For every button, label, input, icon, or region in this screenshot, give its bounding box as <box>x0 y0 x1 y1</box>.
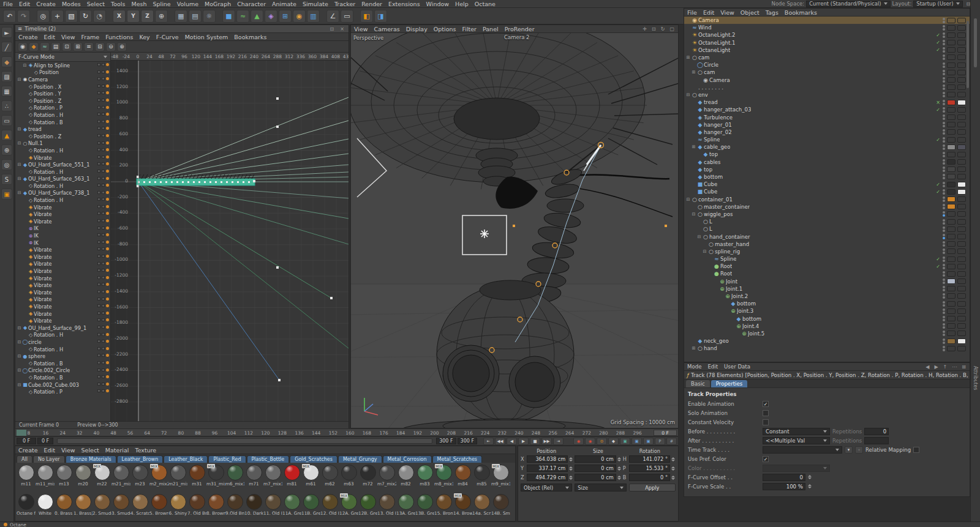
tag-chip[interactable] <box>957 40 966 45</box>
timeline-track-row[interactable]: ⊟ ◆ OU_Hard_Surface_99_1 <box>15 324 110 332</box>
tag-chip[interactable] <box>957 47 966 53</box>
timeline-track-row[interactable]: ⊟ ○ Null.1 <box>15 140 110 148</box>
state-check-icon[interactable]: ✓ <box>935 107 941 113</box>
toolbar-separator[interactable] <box>217 10 221 23</box>
tag-chip[interactable] <box>957 152 966 157</box>
visibility-dots[interactable] <box>943 54 945 60</box>
tag-chip[interactable] <box>957 70 966 75</box>
rotation-field[interactable]: 0 ° <box>629 474 670 481</box>
material-thumbnail[interactable] <box>113 494 129 510</box>
keyframe-position-toggle[interactable]: ▣ <box>620 438 630 445</box>
material-layer-tab[interactable]: All <box>17 455 32 463</box>
nav-up-icon[interactable]: ↑ <box>941 364 949 370</box>
spinner-icon[interactable] <box>569 457 573 462</box>
object-row[interactable]: ◯ Circle <box>684 61 970 69</box>
visibility-dots[interactable] <box>943 189 945 195</box>
visibility-dots[interactable] <box>943 346 945 351</box>
object-row[interactable]: ☀ OctaneLight ✓ <box>684 47 970 54</box>
menu-item[interactable]: Motion System <box>182 33 232 41</box>
nav-back-icon[interactable]: ◀ <box>924 364 931 370</box>
visibility-dots[interactable] <box>943 32 945 38</box>
time-track-pick-icon[interactable]: ▾ <box>845 446 853 454</box>
timeline-track-row[interactable]: ◈ Vibrate <box>15 317 110 324</box>
timeline-track-row[interactable]: ⊟ ◉ Camera <box>15 76 110 83</box>
menu-item[interactable]: Mode <box>684 363 704 370</box>
material-item[interactable]: m23 <box>130 463 149 491</box>
menu-item[interactable]: Modes <box>59 0 84 8</box>
track-toggles[interactable] <box>97 70 109 73</box>
spinner-icon[interactable] <box>671 466 676 471</box>
track-toggles[interactable] <box>97 113 109 116</box>
expander-icon[interactable]: ⊟ <box>17 354 22 359</box>
viewport-rotate-icon[interactable]: ↻ <box>659 26 667 32</box>
tag-chip[interactable] <box>947 32 956 38</box>
fcurve-canvas[interactable] <box>111 61 349 421</box>
material-thumbnail[interactable] <box>265 465 281 480</box>
menu-item[interactable]: Select <box>84 0 108 8</box>
material-layer-tab[interactable]: Leather_Black <box>164 455 208 463</box>
material-item[interactable]: Octane f <box>17 493 36 521</box>
visibility-dots[interactable] <box>943 256 945 262</box>
timeline-track-row[interactable]: ◇ Rotation . H <box>15 182 110 190</box>
object-row[interactable]: ○ master_hand <box>684 241 970 248</box>
tag-chip[interactable] <box>947 204 956 209</box>
visibility-dots[interactable] <box>943 226 945 232</box>
tag-chip[interactable] <box>947 84 956 90</box>
model-mode-icon[interactable]: ◆ <box>1 56 12 67</box>
material-thumbnail[interactable] <box>94 494 110 510</box>
visibility-dots[interactable] <box>943 301 945 307</box>
menu-item[interactable]: Octane <box>472 0 499 8</box>
expander-icon[interactable]: ⊟ <box>17 368 22 373</box>
timeline-track-row[interactable]: ⊟ ◆ tread <box>15 125 110 133</box>
spinner-icon[interactable] <box>569 466 573 471</box>
object-row[interactable]: ⊕ Joint <box>684 278 970 285</box>
state-check-icon[interactable]: ✓ <box>935 32 941 38</box>
tag-chip[interactable] <box>957 77 966 83</box>
tag-chip[interactable] <box>947 346 956 351</box>
x-axis-lock-icon[interactable]: X <box>113 10 126 23</box>
track-toggles[interactable] <box>97 233 109 236</box>
prev-frame-button[interactable]: ◀ <box>507 438 517 445</box>
tag-chip[interactable] <box>947 264 956 269</box>
tag-chip[interactable] <box>947 256 956 262</box>
viewport-layout-a-icon[interactable]: ◧ <box>360 10 373 23</box>
material-thumbnail[interactable] <box>455 465 471 480</box>
range-end-field[interactable]: 300 F <box>458 438 477 444</box>
tag-chip[interactable] <box>947 92 956 97</box>
tag-chip[interactable] <box>947 47 956 53</box>
material-thumbnail[interactable] <box>474 494 490 510</box>
track-toggles[interactable] <box>97 304 109 307</box>
mograph-icon[interactable]: ⊞ <box>279 10 292 23</box>
range-min-field[interactable]: 0 F <box>37 438 53 444</box>
toolbar-separator[interactable] <box>31 10 36 23</box>
expander-icon[interactable]: ⊞ <box>685 55 691 60</box>
tag-chip[interactable] <box>947 271 956 277</box>
timeline-track-row[interactable]: ◇ Rotation . H <box>15 111 110 119</box>
menu-item[interactable]: File <box>0 0 16 8</box>
tag-chip[interactable] <box>947 100 956 105</box>
stop-button[interactable]: ■ <box>530 438 540 445</box>
visibility-dots[interactable] <box>943 196 945 202</box>
next-frame-button[interactable]: ▶▶ <box>541 438 552 445</box>
track-toggles[interactable] <box>97 262 109 265</box>
material-thumbnail[interactable] <box>75 494 91 510</box>
object-row[interactable]: ◆ hanger_attach_03 ✓ <box>684 106 970 113</box>
solo-mode-icon[interactable]: ◎ <box>1 159 12 170</box>
object-row[interactable]: ⊕ Joint.1 <box>684 285 970 293</box>
menu-item[interactable]: Animate <box>269 0 300 8</box>
track-toggles[interactable] <box>97 389 109 392</box>
material-thumbnail[interactable] <box>417 494 433 510</box>
add-spline-icon[interactable]: ≈ <box>236 10 249 23</box>
material-item[interactable]: m7_mix1 <box>263 463 282 491</box>
tag-chip[interactable] <box>947 249 956 254</box>
material-item[interactable]: m81 <box>282 463 301 491</box>
visibility-dots[interactable] <box>943 331 945 336</box>
tag-chip[interactable] <box>947 211 956 217</box>
timeline-track-row[interactable]: ◈ Vibrate <box>15 218 110 225</box>
expander-icon[interactable]: ⊟ <box>17 340 22 345</box>
tag-chip[interactable] <box>947 189 956 195</box>
toolbar-separator[interactable] <box>107 10 111 23</box>
material-thumbnail[interactable] <box>398 465 414 480</box>
material-item[interactable]: m71 <box>244 463 263 491</box>
visibility-dots[interactable] <box>943 278 945 284</box>
